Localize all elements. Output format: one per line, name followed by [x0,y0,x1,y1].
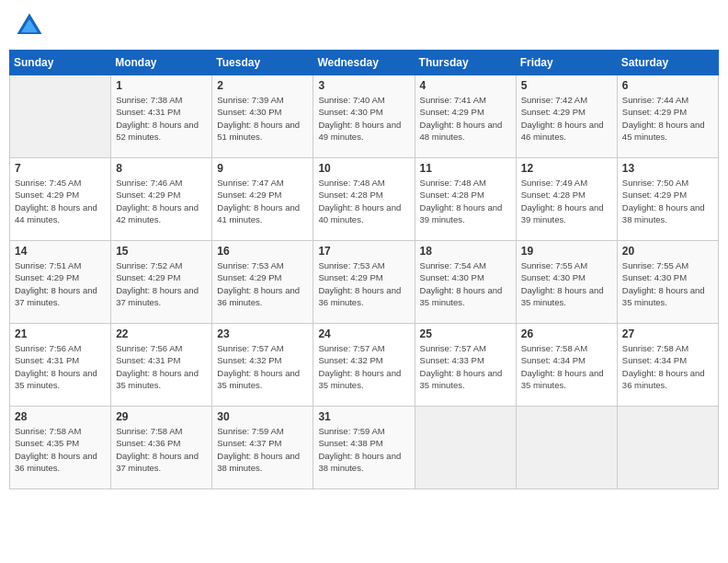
day-number: 9 [217,162,308,175]
calendar-cell: 17Sunrise: 7:53 AMSunset: 4:29 PMDayligh… [313,241,415,324]
weekday-header-row: SundayMondayTuesdayWednesdayThursdayFrid… [10,51,719,75]
day-number: 2 [217,79,308,92]
day-number: 25 [420,327,511,340]
day-info: Sunrise: 7:55 AMSunset: 4:30 PMDaylight:… [521,259,612,308]
weekday-header: Thursday [415,51,516,75]
weekday-header: Wednesday [313,51,415,75]
day-number: 24 [318,327,409,340]
day-number: 13 [622,162,713,175]
day-info: Sunrise: 7:53 AMSunset: 4:29 PMDaylight:… [217,259,308,308]
calendar-cell: 15Sunrise: 7:52 AMSunset: 4:29 PMDayligh… [111,241,212,324]
day-info: Sunrise: 7:59 AMSunset: 4:37 PMDaylight:… [217,425,308,474]
day-number: 16 [217,245,308,258]
calendar-cell: 24Sunrise: 7:57 AMSunset: 4:32 PMDayligh… [313,324,415,407]
day-number: 15 [116,245,207,258]
calendar-cell: 23Sunrise: 7:57 AMSunset: 4:32 PMDayligh… [212,324,313,407]
calendar-cell: 18Sunrise: 7:54 AMSunset: 4:30 PMDayligh… [415,241,516,324]
day-info: Sunrise: 7:46 AMSunset: 4:29 PMDaylight:… [116,177,207,225]
calendar-cell: 29Sunrise: 7:58 AMSunset: 4:36 PMDayligh… [111,407,212,489]
day-number: 29 [116,410,207,423]
day-number: 19 [521,245,612,258]
calendar-cell [415,407,516,489]
day-info: Sunrise: 7:44 AMSunset: 4:29 PMDaylight:… [622,94,713,143]
calendar-cell: 1Sunrise: 7:38 AMSunset: 4:31 PMDaylight… [111,75,212,158]
day-info: Sunrise: 7:51 AMSunset: 4:29 PMDaylight:… [15,259,106,308]
day-number: 31 [318,410,409,423]
calendar-cell [516,407,617,489]
day-number: 26 [521,327,612,340]
day-info: Sunrise: 7:40 AMSunset: 4:30 PMDaylight:… [318,94,409,143]
weekday-header: Friday [516,51,617,75]
day-number: 4 [420,79,511,92]
weekday-header: Monday [111,51,212,75]
logo [13,9,50,42]
calendar-week-row: 28Sunrise: 7:58 AMSunset: 4:35 PMDayligh… [10,407,719,489]
day-info: Sunrise: 7:56 AMSunset: 4:31 PMDaylight:… [15,342,106,391]
day-info: Sunrise: 7:50 AMSunset: 4:29 PMDaylight:… [622,177,713,225]
day-info: Sunrise: 7:48 AMSunset: 4:28 PMDaylight:… [318,177,409,225]
calendar-cell: 6Sunrise: 7:44 AMSunset: 4:29 PMDaylight… [617,75,718,158]
calendar-cell: 26Sunrise: 7:58 AMSunset: 4:34 PMDayligh… [516,324,617,407]
calendar-cell: 2Sunrise: 7:39 AMSunset: 4:30 PMDaylight… [212,75,313,158]
day-number: 12 [521,162,612,175]
calendar-cell: 7Sunrise: 7:45 AMSunset: 4:29 PMDaylight… [10,158,111,241]
day-info: Sunrise: 7:41 AMSunset: 4:29 PMDaylight:… [420,94,511,143]
day-info: Sunrise: 7:59 AMSunset: 4:38 PMDaylight:… [318,425,409,474]
calendar-week-row: 21Sunrise: 7:56 AMSunset: 4:31 PMDayligh… [10,324,719,407]
day-number: 18 [420,245,511,258]
day-number: 20 [622,245,713,258]
calendar-cell: 10Sunrise: 7:48 AMSunset: 4:28 PMDayligh… [313,158,415,241]
day-number: 23 [217,327,308,340]
day-info: Sunrise: 7:55 AMSunset: 4:30 PMDaylight:… [622,259,713,308]
day-info: Sunrise: 7:52 AMSunset: 4:29 PMDaylight:… [116,259,207,308]
day-info: Sunrise: 7:48 AMSunset: 4:28 PMDaylight:… [420,177,511,225]
calendar-cell: 21Sunrise: 7:56 AMSunset: 4:31 PMDayligh… [10,324,111,407]
day-number: 17 [318,245,409,258]
calendar-table: SundayMondayTuesdayWednesdayThursdayFrid… [9,50,719,489]
day-info: Sunrise: 7:45 AMSunset: 4:29 PMDaylight:… [15,177,106,225]
day-number: 22 [116,327,207,340]
calendar-cell: 19Sunrise: 7:55 AMSunset: 4:30 PMDayligh… [516,241,617,324]
day-info: Sunrise: 7:49 AMSunset: 4:28 PMDaylight:… [521,177,612,225]
calendar-cell: 3Sunrise: 7:40 AMSunset: 4:30 PMDaylight… [313,75,415,158]
day-info: Sunrise: 7:56 AMSunset: 4:31 PMDaylight:… [116,342,207,391]
calendar-cell: 16Sunrise: 7:53 AMSunset: 4:29 PMDayligh… [212,241,313,324]
day-info: Sunrise: 7:57 AMSunset: 4:32 PMDaylight:… [217,342,308,391]
day-info: Sunrise: 7:58 AMSunset: 4:34 PMDaylight:… [622,342,713,391]
day-info: Sunrise: 7:54 AMSunset: 4:30 PMDaylight:… [420,259,511,308]
day-info: Sunrise: 7:58 AMSunset: 4:35 PMDaylight:… [15,425,106,474]
logo-icon [13,9,46,42]
day-number: 5 [521,79,612,92]
day-info: Sunrise: 7:58 AMSunset: 4:36 PMDaylight:… [116,425,207,474]
weekday-header: Tuesday [212,51,313,75]
day-info: Sunrise: 7:58 AMSunset: 4:34 PMDaylight:… [521,342,612,391]
day-info: Sunrise: 7:38 AMSunset: 4:31 PMDaylight:… [116,94,207,143]
calendar-cell: 4Sunrise: 7:41 AMSunset: 4:29 PMDaylight… [415,75,516,158]
day-number: 7 [15,162,106,175]
weekday-header: Sunday [10,51,111,75]
day-info: Sunrise: 7:39 AMSunset: 4:30 PMDaylight:… [217,94,308,143]
calendar-cell: 31Sunrise: 7:59 AMSunset: 4:38 PMDayligh… [313,407,415,489]
calendar-cell [617,407,718,489]
day-number: 6 [622,79,713,92]
day-number: 11 [420,162,511,175]
calendar-cell: 27Sunrise: 7:58 AMSunset: 4:34 PMDayligh… [617,324,718,407]
day-number: 14 [15,245,106,258]
calendar-cell: 12Sunrise: 7:49 AMSunset: 4:28 PMDayligh… [516,158,617,241]
calendar-cell: 25Sunrise: 7:57 AMSunset: 4:33 PMDayligh… [415,324,516,407]
day-info: Sunrise: 7:42 AMSunset: 4:29 PMDaylight:… [521,94,612,143]
day-number: 8 [116,162,207,175]
day-number: 27 [622,327,713,340]
calendar-cell: 5Sunrise: 7:42 AMSunset: 4:29 PMDaylight… [516,75,617,158]
day-info: Sunrise: 7:57 AMSunset: 4:33 PMDaylight:… [420,342,511,391]
weekday-header: Saturday [617,51,718,75]
day-info: Sunrise: 7:47 AMSunset: 4:29 PMDaylight:… [217,177,308,225]
day-number: 28 [15,410,106,423]
calendar-cell: 11Sunrise: 7:48 AMSunset: 4:28 PMDayligh… [415,158,516,241]
day-number: 10 [318,162,409,175]
calendar-cell: 30Sunrise: 7:59 AMSunset: 4:37 PMDayligh… [212,407,313,489]
calendar-cell: 22Sunrise: 7:56 AMSunset: 4:31 PMDayligh… [111,324,212,407]
day-info: Sunrise: 7:53 AMSunset: 4:29 PMDaylight:… [318,259,409,308]
calendar-cell: 13Sunrise: 7:50 AMSunset: 4:29 PMDayligh… [617,158,718,241]
calendar-week-row: 14Sunrise: 7:51 AMSunset: 4:29 PMDayligh… [10,241,719,324]
